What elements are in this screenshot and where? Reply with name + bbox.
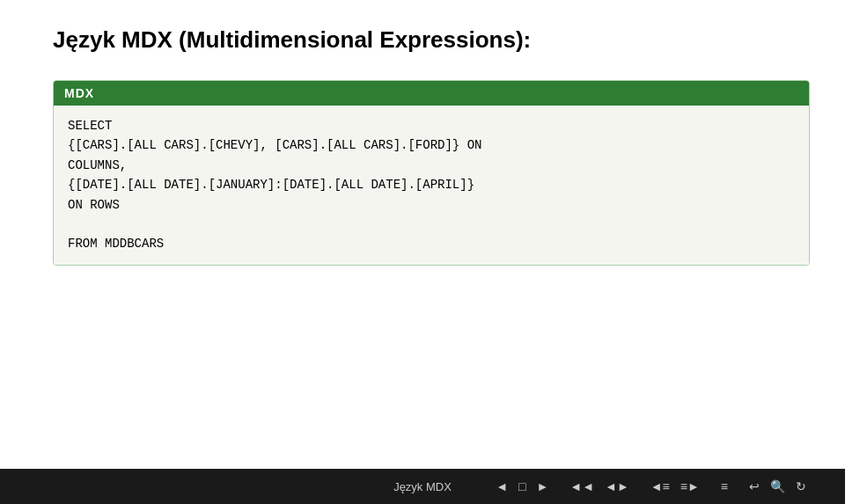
- nav-sep2: [636, 485, 643, 488]
- bottom-title: Język MDX: [393, 480, 452, 493]
- nav-refresh-icon[interactable]: ↻: [792, 478, 810, 495]
- nav-next-icon[interactable]: ►: [533, 478, 552, 495]
- nav-step-prev-icon[interactable]: ◄◄: [566, 478, 598, 495]
- nav-step-next-icon[interactable]: ◄►: [601, 478, 633, 495]
- nav-search-icon[interactable]: 🔍: [767, 478, 789, 495]
- code-block-body: SELECT {[CARS].[ALL CARS].[CHEVY], [CARS…: [54, 106, 809, 265]
- nav-list2-icon[interactable]: ≡►: [677, 478, 703, 495]
- nav-menu-icon[interactable]: ≡: [717, 478, 731, 495]
- code-block: MDX SELECT {[CARS].[ALL CARS].[CHEVY], […: [53, 80, 810, 266]
- nav-rect-icon[interactable]: □: [515, 478, 529, 495]
- nav-prev-icon[interactable]: ◄: [492, 478, 511, 495]
- nav-sep4: [735, 485, 742, 488]
- nav-controls: ◄ □ ► ◄◄ ◄► ◄≡ ≡► ≡ ↩ 🔍 ↻: [492, 478, 810, 495]
- code-block-header: MDX: [54, 81, 809, 106]
- page-title: Język MDX (Multidimensional Expressions)…: [53, 26, 792, 54]
- nav-sep1: [555, 485, 562, 488]
- bottom-bar: Język MDX ◄ □ ► ◄◄ ◄► ◄≡ ≡► ≡ ↩ 🔍 ↻: [0, 469, 845, 504]
- main-content: Język MDX (Multidimensional Expressions)…: [0, 0, 845, 469]
- nav-sep3: [707, 485, 714, 488]
- nav-list1-icon[interactable]: ◄≡: [647, 478, 673, 495]
- nav-undo-icon[interactable]: ↩: [746, 478, 763, 495]
